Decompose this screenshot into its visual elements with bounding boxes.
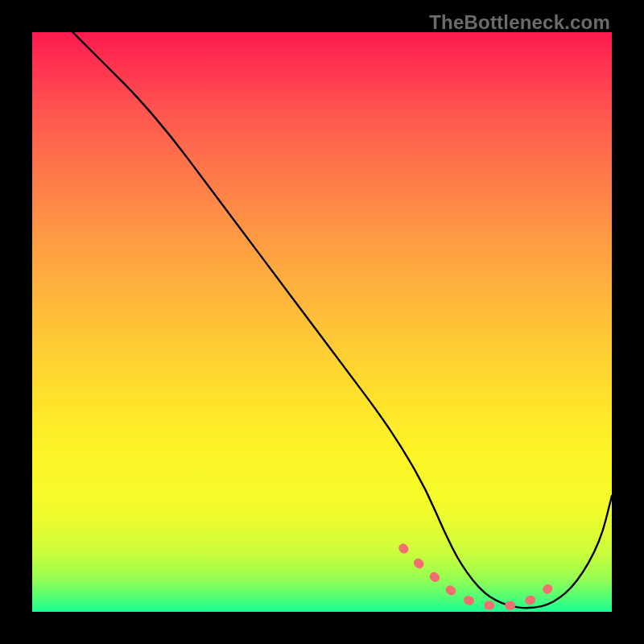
highlight-segment	[403, 548, 548, 606]
bottleneck-curve-svg	[32, 32, 612, 612]
chart-container: TheBottleneck.com	[0, 0, 644, 644]
plot-area	[32, 32, 612, 612]
watermark-text: TheBottleneck.com	[429, 11, 610, 34]
bottleneck-curve-line	[72, 32, 612, 608]
